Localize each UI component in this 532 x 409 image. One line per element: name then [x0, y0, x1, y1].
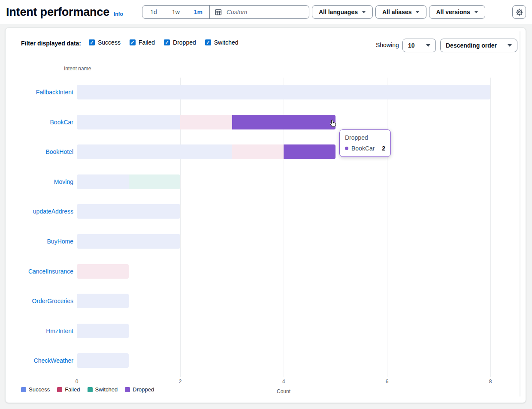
header-controls: 1d 1w 1m All languages — [142, 5, 485, 19]
intent-link[interactable]: BuyHome — [11, 237, 73, 246]
intent-link[interactable]: Moving — [11, 177, 73, 186]
checkbox-success-box: ✓ — [89, 39, 95, 45]
time-range-1w[interactable]: 1w — [165, 6, 187, 18]
filter-label: Filter displayed data: — [21, 40, 81, 47]
bar-row — [77, 85, 490, 99]
gear-icon — [516, 9, 523, 16]
x-tick-label: 4 — [282, 379, 285, 385]
bar-row — [77, 174, 180, 189]
header: Intent performance Info 1d 1w 1m — [0, 0, 532, 24]
x-tick-label: 8 — [489, 379, 492, 385]
custom-date-input[interactable] — [226, 8, 299, 16]
caret-down-icon — [474, 11, 478, 13]
bar-segment-dropped[interactable] — [284, 144, 336, 159]
legend-swatch-icon — [21, 387, 26, 392]
versions-dropdown-label: All versions — [436, 9, 470, 15]
bar-row — [77, 144, 336, 159]
info-link[interactable]: Info — [114, 11, 123, 17]
y-axis-title: Intent name — [64, 66, 91, 72]
x-tick-label: 6 — [386, 379, 389, 385]
legend-label: Dropped — [133, 386, 154, 393]
bar-segment-success[interactable] — [77, 144, 232, 159]
bar-segment-success[interactable] — [77, 115, 180, 129]
bar-row — [77, 294, 129, 308]
time-range-1m[interactable]: 1m — [187, 6, 209, 18]
versions-dropdown[interactable]: All versions — [429, 5, 485, 19]
intent-link[interactable]: CheckWeather — [11, 356, 73, 365]
gridline — [387, 78, 387, 377]
intent-link[interactable]: OrderGroceries — [11, 297, 73, 305]
showing-label: Showing — [376, 42, 399, 48]
languages-dropdown-label: All languages — [319, 9, 358, 15]
time-range-group: 1d 1w 1m — [142, 5, 309, 19]
page-size-dropdown[interactable]: 10 — [402, 39, 436, 52]
checkbox-switched-box: ✓ — [205, 39, 211, 45]
bar-segment-success[interactable] — [77, 324, 129, 338]
checkbox-success[interactable]: ✓ Success — [89, 39, 121, 46]
chart-legend: SuccessFailedSwitchedDropped — [21, 386, 154, 393]
caret-down-icon — [415, 11, 420, 13]
legend-label: Success — [29, 386, 50, 393]
filter-checkbox-group: ✓ Success ✓ Failed ✓ Dropped ✓ Switched — [89, 39, 239, 46]
bar-row — [77, 204, 180, 219]
time-range-1d[interactable]: 1d — [142, 6, 165, 18]
checkbox-failed-box: ✓ — [130, 39, 136, 45]
bar-segment-success[interactable] — [77, 85, 490, 99]
hand-pointer-cursor — [328, 119, 337, 129]
intent-link[interactable]: HmzIntent — [11, 327, 73, 335]
legend-swatch-icon — [57, 387, 62, 392]
bar-row — [77, 324, 129, 338]
aliases-dropdown[interactable]: All aliases — [375, 5, 427, 19]
settings-button[interactable] — [512, 5, 526, 19]
calendar-icon — [215, 9, 222, 15]
gridline — [490, 78, 491, 377]
bar-segment-success[interactable] — [77, 353, 129, 368]
bar-segment-success[interactable] — [77, 234, 180, 249]
languages-dropdown[interactable]: All languages — [312, 5, 373, 19]
intent-link[interactable]: BookCar — [11, 118, 73, 126]
x-tick-label: 2 — [179, 379, 182, 385]
checkbox-failed[interactable]: ✓ Failed — [130, 39, 155, 46]
intent-link[interactable]: CancelInsurance — [11, 267, 73, 276]
bar-segment-failed[interactable] — [77, 264, 129, 279]
legend-item-failed[interactable]: Failed — [57, 386, 80, 393]
bar-segment-failed[interactable] — [180, 115, 232, 129]
checkbox-dropped-label: Dropped — [173, 39, 196, 46]
checkbox-dropped-box: ✓ — [164, 39, 170, 45]
legend-label: Failed — [65, 386, 80, 393]
page-size-value: 10 — [408, 42, 415, 49]
scrollbar[interactable] — [520, 31, 520, 397]
caret-down-icon — [508, 44, 512, 47]
tooltip-row: BookCar 2 — [345, 145, 385, 152]
bar-row — [77, 115, 336, 129]
caret-down-icon — [362, 11, 366, 13]
bar-row — [77, 353, 129, 368]
bar-segment-success[interactable] — [77, 174, 129, 189]
bar-row — [77, 264, 129, 279]
checkbox-switched[interactable]: ✓ Switched — [205, 39, 239, 46]
legend-item-success[interactable]: Success — [21, 386, 50, 393]
checkbox-switched-label: Switched — [214, 39, 239, 46]
tooltip-series-name: BookCar — [351, 145, 375, 152]
intent-link[interactable]: BookHotel — [11, 147, 73, 156]
bar-segment-success[interactable] — [77, 294, 129, 308]
aliases-dropdown-label: All aliases — [382, 9, 412, 15]
legend-item-dropped[interactable]: Dropped — [125, 386, 154, 393]
bar-segment-switched[interactable] — [129, 174, 181, 189]
x-axis-title: Count — [277, 388, 290, 394]
checkbox-dropped[interactable]: ✓ Dropped — [164, 39, 196, 46]
title-wrap: Intent performance Info — [6, 6, 123, 19]
custom-date-picker[interactable] — [209, 6, 309, 18]
page-title: Intent performance — [6, 6, 109, 19]
intent-link[interactable]: FallbackIntent — [11, 88, 73, 96]
bar-segment-dropped[interactable] — [232, 115, 336, 129]
intent-link[interactable]: updateAddress — [11, 207, 73, 216]
bar-segment-success[interactable] — [77, 204, 180, 219]
legend-item-switched[interactable]: Switched — [88, 386, 118, 393]
legend-swatch-icon — [125, 387, 130, 392]
sort-order-dropdown[interactable]: Descending order — [440, 39, 517, 52]
tooltip-value: 2 — [382, 145, 385, 152]
bar-segment-failed[interactable] — [232, 144, 284, 159]
chart-tooltip: Dropped BookCar 2 — [339, 129, 391, 157]
legend-swatch-icon — [88, 387, 93, 392]
